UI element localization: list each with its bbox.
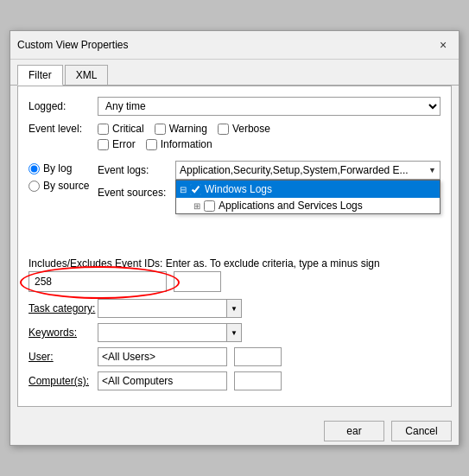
verbose-checkbox-group: Verbose bbox=[218, 123, 270, 135]
expand-icon: ⊟ bbox=[180, 185, 187, 194]
event-ids-wrapper bbox=[29, 271, 167, 292]
tab-xml[interactable]: XML bbox=[65, 65, 109, 85]
critical-checkbox[interactable] bbox=[98, 124, 109, 135]
event-logs-dropdown: ⊟ Windows Logs ⊞ Applications and Servic… bbox=[175, 180, 440, 214]
dialog: Custom View Properties × Filter XML Logg… bbox=[10, 30, 459, 446]
event-logs-row: Event logs: Application,Security,Setup,S… bbox=[98, 161, 440, 180]
computer-input[interactable] bbox=[98, 371, 227, 390]
keywords-inputs: ▼ bbox=[98, 323, 440, 342]
keywords-input[interactable] bbox=[98, 323, 227, 342]
information-checkbox[interactable] bbox=[146, 139, 157, 150]
event-level-row: Event level: Critical Warning Verbose bbox=[29, 123, 440, 154]
app-expand-icon: ⊞ bbox=[193, 201, 200, 211]
event-logs-sources: Event logs: Application,Security,Setup,S… bbox=[98, 161, 440, 202]
by-source-radio[interactable] bbox=[29, 181, 40, 192]
buttons-row: ear Cancel bbox=[10, 414, 459, 445]
filter-content: Logged: Any time Event level: Critical W… bbox=[17, 86, 452, 407]
task-category-inputs: ▼ bbox=[98, 299, 440, 318]
keywords-dropdown-btn[interactable]: ▼ bbox=[226, 323, 242, 342]
error-checkbox-group: Error bbox=[98, 138, 136, 150]
by-log-radio[interactable] bbox=[29, 163, 40, 175]
windows-logs-label: Windows Logs bbox=[205, 183, 272, 195]
user-row: User: bbox=[29, 347, 440, 366]
log-source-row: By log By source Event logs: Application… bbox=[29, 161, 440, 202]
cancel-button[interactable]: Cancel bbox=[391, 421, 452, 441]
user-input[interactable] bbox=[98, 347, 227, 366]
app-services-item[interactable]: ⊞ Applications and Services Logs bbox=[176, 198, 440, 213]
error-label: Error bbox=[112, 138, 136, 150]
error-checkbox[interactable] bbox=[98, 139, 109, 150]
by-source-label: By source bbox=[43, 180, 89, 192]
includes-input-row bbox=[29, 271, 440, 292]
warning-checkbox-group: Warning bbox=[155, 123, 207, 135]
includes-section: Includes/Excludes Event IDs: Enter as. T… bbox=[29, 257, 440, 292]
information-label: Information bbox=[161, 138, 212, 150]
includes-text: Includes/Excludes Event IDs: Enter as. T… bbox=[29, 257, 440, 270]
radio-group: By log By source bbox=[29, 161, 98, 192]
event-level-label: Event level: bbox=[29, 123, 98, 135]
computer-inputs bbox=[98, 371, 440, 390]
tab-filter[interactable]: Filter bbox=[17, 65, 63, 86]
close-button[interactable]: × bbox=[434, 36, 452, 54]
user-label: User: bbox=[29, 351, 98, 363]
by-source-radio-row: By source bbox=[29, 180, 98, 192]
logged-label: Logged: bbox=[29, 100, 98, 112]
event-logs-select[interactable]: Application,Security,Setup,System,Forwar… bbox=[175, 161, 440, 180]
clear-label: ear bbox=[346, 425, 361, 437]
app-services-label: Applications and Services Logs bbox=[219, 200, 363, 212]
includes-desc-text: as. To exclude criteria, type a minus si… bbox=[193, 257, 380, 270]
user-extra-input[interactable] bbox=[234, 347, 282, 366]
keywords-row: Keywords: ▼ bbox=[29, 323, 440, 342]
app-services-checkbox[interactable] bbox=[204, 200, 215, 212]
by-log-label: By log bbox=[43, 162, 72, 175]
task-category-label: Task category: bbox=[29, 302, 98, 314]
clear-button[interactable]: ear bbox=[324, 421, 384, 441]
event-logs-value: Application,Security,Setup,System,Forwar… bbox=[180, 164, 425, 176]
tab-bar: Filter XML bbox=[10, 60, 459, 86]
logged-row: Logged: Any time bbox=[29, 97, 440, 116]
warning-checkbox[interactable] bbox=[155, 124, 166, 135]
critical-checkbox-group: Critical bbox=[98, 123, 144, 135]
verbose-checkbox[interactable] bbox=[218, 124, 229, 135]
dialog-title: Custom View Properties bbox=[17, 39, 129, 51]
task-category-input[interactable] bbox=[98, 299, 227, 318]
warning-label: Warning bbox=[169, 123, 207, 135]
by-log-radio-row: By log bbox=[29, 162, 98, 175]
computer-extra-input[interactable] bbox=[234, 371, 282, 390]
task-category-row: Task category: ▼ bbox=[29, 299, 440, 318]
user-inputs bbox=[98, 347, 440, 366]
event-logs-label: Event logs: bbox=[98, 164, 175, 176]
event-ids-input[interactable] bbox=[29, 271, 167, 292]
verbose-label: Verbose bbox=[232, 123, 270, 135]
includes-label-text: Includes/Excludes Event IDs: Enter bbox=[29, 257, 190, 270]
keywords-label: Keywords: bbox=[29, 327, 98, 339]
checkboxes-line2: Error Information bbox=[98, 138, 281, 150]
computer-row: Computer(s): bbox=[29, 371, 440, 390]
windows-logs-item[interactable]: ⊟ Windows Logs bbox=[176, 181, 440, 198]
event-logs-dropdown-container: Application,Security,Setup,System,Forwar… bbox=[175, 161, 440, 180]
checkboxes-line1: Critical Warning Verbose bbox=[98, 123, 281, 135]
extra-input[interactable] bbox=[174, 271, 221, 292]
title-bar: Custom View Properties × bbox=[10, 31, 459, 60]
critical-label: Critical bbox=[112, 123, 144, 135]
windows-logs-checkbox[interactable] bbox=[190, 184, 201, 195]
logged-select[interactable]: Any time bbox=[98, 97, 440, 116]
event-level-checkboxes: Critical Warning Verbose Error bbox=[98, 123, 281, 154]
event-sources-label: Event sources: bbox=[98, 187, 175, 199]
information-checkbox-group: Information bbox=[146, 138, 212, 150]
task-category-dropdown-btn[interactable]: ▼ bbox=[226, 299, 242, 318]
computer-label: Computer(s): bbox=[29, 375, 98, 387]
event-logs-arrow: ▼ bbox=[428, 166, 436, 175]
